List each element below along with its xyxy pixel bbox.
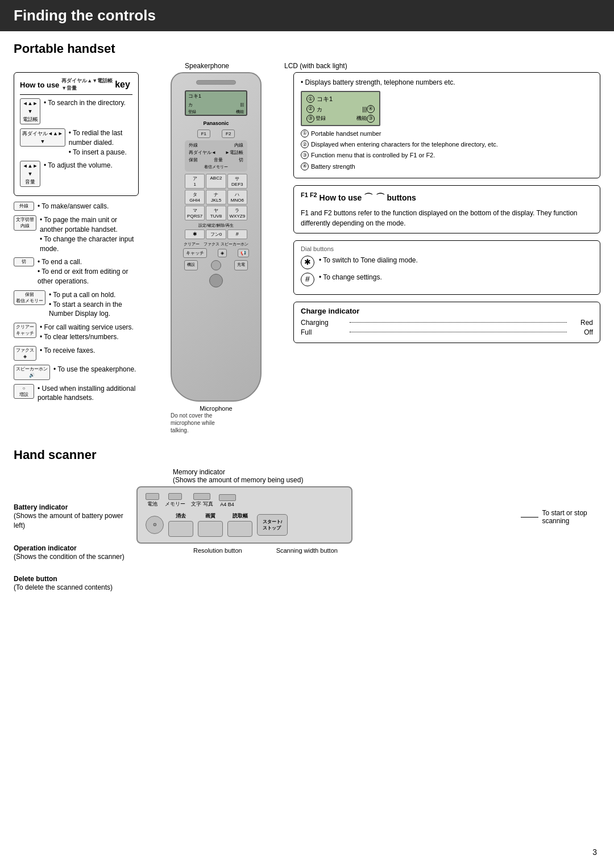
dial-buttons-title: Dial buttons	[301, 245, 593, 252]
ann-circle-2: ②	[301, 140, 309, 148]
lcd-row2-content: カ	[317, 105, 360, 114]
scanning-width-label: Scanning width button	[276, 547, 338, 554]
clear-desc: • For call waiting service users.• To cl…	[40, 323, 134, 342]
hold-desc: • To put a call on hold.• To start a sea…	[49, 290, 139, 319]
jp-nav-label: 再ダイヤル▲▼電話帳▼音量	[61, 77, 113, 92]
scanner-right-label: To start or stop scanning	[521, 486, 600, 525]
dial-5[interactable]: ナJKL5	[206, 190, 226, 205]
add-symbol: ○増設	[14, 384, 34, 399]
delete-button-title: Delete button	[14, 575, 127, 583]
lcd-circle-4: ④	[367, 105, 375, 113]
dial-7[interactable]: マPQRS7	[185, 206, 205, 220]
start-stop-label-area: To start or stop scanning	[521, 509, 600, 525]
charge-btn[interactable]: 充電	[234, 260, 248, 270]
phonebook-desc: • To search in the directory.	[44, 98, 126, 108]
key-item-hold: 保留着信メモリー • To put a call on hold.• To st…	[14, 290, 139, 319]
scanner-start-btn[interactable]: スタート/ストップ	[257, 514, 288, 536]
operation-indicator-info: Operation indicator (Shows the condition…	[14, 544, 127, 562]
scanner-layout: Battery indicator (Shows the amount of b…	[14, 486, 600, 592]
dial-1[interactable]: ア1	[185, 174, 205, 189]
how-to-use-f-desc: F1 and F2 buttons refer to the function …	[301, 208, 593, 228]
scanner-icon-row: 電池 メモリー 文字 写真 A4 B4	[146, 493, 343, 508]
lcd-label: LCD (with back light)	[284, 62, 347, 70]
redial-desc: • To redial the last number dialed.• To …	[69, 128, 132, 157]
key-item-volume: ◄▲►▼音量 • To adjust the volume.	[20, 161, 132, 187]
left-panel: How to use 再ダイヤル▲▼電話帳▼音量 key ◄▲►▼電話帳 • T…	[14, 72, 139, 407]
phone-brand: Panasonic	[177, 120, 255, 126]
lcd-ann-3: ③ Function menu that is controlled by F1…	[301, 151, 593, 160]
dial-2[interactable]: ABC2	[206, 174, 226, 189]
lcd-row3-right: 機能	[356, 115, 367, 123]
key-item-add: ○増設 • Used when installing additional po…	[14, 384, 139, 403]
scanner-op-btn-area: ⊙	[146, 516, 164, 534]
charge-box: Charge indicator Charging Red Full Off	[293, 302, 600, 343]
internal-symbol: 文字切替内線	[14, 215, 36, 230]
cut-symbol: 切	[14, 257, 34, 266]
clear-btn[interactable]: キャッチ	[183, 248, 207, 258]
dial-info-box: Dial buttons ✱ • To switch to Tone diali…	[293, 240, 600, 295]
dial-3[interactable]: サDEF3	[227, 174, 247, 189]
clear-symbol: クリアーキャッチ	[14, 323, 36, 337]
operation-btn[interactable]: ⊙	[146, 516, 164, 534]
charge-charging-label: Charging	[301, 319, 346, 327]
external-symbol: 外線	[14, 202, 34, 210]
scanner-button-row: ⊙ 消去 画質 読取幅 スタート/ストップ	[146, 512, 343, 537]
dial-8[interactable]: ヤTUV8	[206, 206, 226, 220]
dial-hash-item: # • To change settings.	[301, 273, 593, 286]
lcd-row3-left: 登録	[316, 115, 355, 123]
memory-indicator-note: (Shows the amount of memory being used)	[173, 476, 303, 484]
dial-4[interactable]: タGHI4	[185, 190, 205, 205]
fax-symbol: ファクス◈	[14, 346, 36, 361]
speaker-btn[interactable]: 📢	[238, 249, 249, 257]
how-to-use-f-title: F1 F2 How to use ⌒ ⌒ buttons	[301, 190, 593, 205]
ann-text-1: Portable handset number	[311, 130, 381, 138]
nav-internal: 内線	[234, 142, 243, 148]
page-title: Finding the controls	[14, 7, 156, 24]
ann-circle-4: ④	[301, 162, 309, 170]
nav-external: 外線	[189, 142, 198, 148]
scanner-battery-icon: 電池	[146, 493, 159, 508]
dial-6[interactable]: ハMNO6	[227, 190, 247, 205]
lcd-row2-bars: |||	[362, 105, 367, 114]
f2-button[interactable]: F2	[222, 130, 235, 138]
nav-right: ►電話帳	[225, 149, 243, 156]
dial-0[interactable]: フン0	[206, 229, 226, 239]
volume-symbol: ◄▲►▼音量	[20, 161, 40, 187]
add-desc: • Used when installing additional portab…	[38, 384, 139, 403]
right-panel: • Displays battery strength, telephone n…	[293, 72, 600, 343]
key-label: key	[115, 80, 130, 90]
microphone-area: Microphone Do not cover themicrophone wh…	[165, 405, 267, 434]
key-item-external: 外線 • To make/answer calls.	[14, 202, 139, 211]
center-panel: コキ1 カ||| 登録機能 Panasonic F1 F2 外線	[148, 72, 284, 434]
battery-indicator-info: Battery indicator (Shows the amount of b…	[14, 503, 127, 531]
bottom-function-label2: クリアー ファクス スピーカーホン	[177, 241, 255, 247]
dial-hash[interactable]: #	[227, 229, 247, 239]
ann-text-3: Function menu that is controlled by F1 o…	[311, 151, 435, 160]
delete-button-info: Delete button (To delete the scanned con…	[14, 575, 127, 592]
dial-9[interactable]: ラWXYZ9	[227, 206, 247, 220]
lcd-circle-3a: ③	[306, 115, 314, 123]
nav-memory: 着信メモリー	[186, 164, 246, 170]
scanner-delete-btn[interactable]	[168, 521, 193, 537]
charge-row-full: Full Off	[301, 328, 593, 336]
key-item-speaker: スピーカーホン🔊 • To use the speakerphone.	[14, 365, 139, 379]
scanner-width-btn[interactable]	[227, 521, 252, 537]
dial-star[interactable]: ✱	[185, 229, 205, 239]
cut-desc: • To end a call.• To end or exit from ed…	[38, 257, 139, 286]
operation-indicator-note: (Shows the condition of the scanner)	[14, 552, 127, 562]
f1-button[interactable]: F1	[197, 130, 210, 138]
scanner-resolution-btn[interactable]	[198, 521, 223, 537]
portable-layout: How to use 再ダイヤル▲▼電話帳▼音量 key ◄▲►▼電話帳 • T…	[14, 72, 600, 434]
memory-indicator-area: Memory indicator (Shows the amount of me…	[173, 468, 600, 484]
fax-btn[interactable]: ◈	[218, 249, 227, 257]
phone-speaker	[196, 80, 236, 85]
how-to-use-key-box: How to use 再ダイヤル▲▼電話帳▼音量 key ◄▲►▼電話帳 • T…	[14, 72, 139, 196]
delete-button-note: (To delete the scanned contents)	[14, 583, 127, 592]
charge-dots-2	[350, 332, 567, 332]
nav-cut: 切	[239, 157, 243, 163]
lcd-screen-diagram: ① コキ1 ② カ ||| ④ ③ 登録 機能	[301, 91, 380, 126]
hash-symbol: #	[301, 273, 314, 286]
star-symbol: ✱	[301, 256, 314, 269]
portable-section: Portable handset Speakerphone LCD (with …	[0, 41, 614, 434]
settings-btn[interactable]: 機設	[184, 260, 198, 270]
